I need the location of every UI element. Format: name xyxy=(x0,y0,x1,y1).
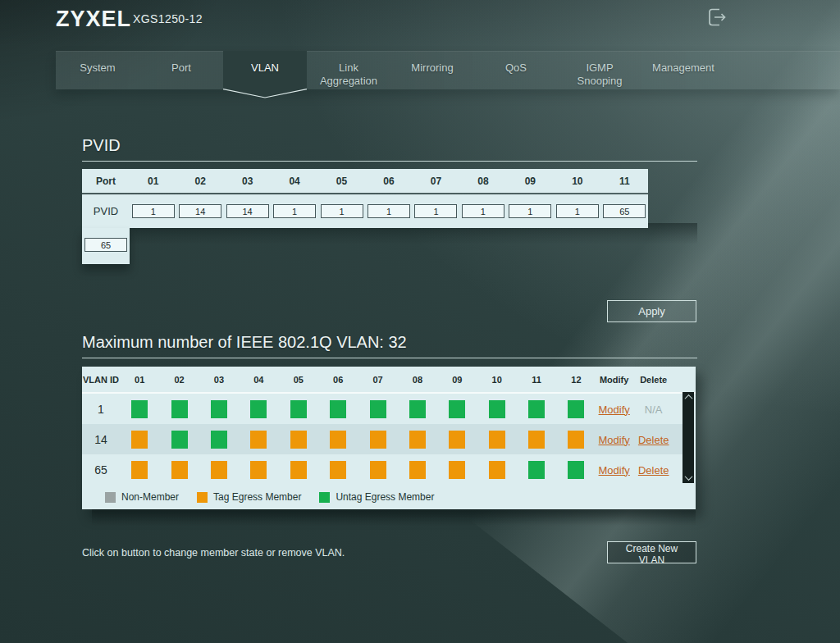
pvid-input-port-05[interactable] xyxy=(321,204,363,218)
pvid-input-port-09[interactable] xyxy=(509,204,551,218)
member-toggle-tag[interactable] xyxy=(250,461,267,479)
member-toggle-tag[interactable] xyxy=(449,461,465,479)
member-toggle-tag[interactable] xyxy=(211,461,227,479)
member-toggle-untag[interactable] xyxy=(370,400,386,418)
tab-igmp-snooping[interactable]: IGMP Snooping xyxy=(558,51,641,89)
member-toggle-untag[interactable] xyxy=(290,400,307,418)
pvid-input-port-06[interactable] xyxy=(368,204,410,218)
member-toggle-untag[interactable] xyxy=(568,400,584,418)
member-toggle-tag[interactable] xyxy=(330,431,346,449)
tab-label: Mirroring xyxy=(396,62,468,89)
logout-icon[interactable] xyxy=(704,5,730,30)
member-toggle-untag[interactable] xyxy=(489,400,505,418)
member-toggle-untag[interactable] xyxy=(211,431,227,449)
member-toggle-untag[interactable] xyxy=(171,400,188,418)
member-toggle-untag[interactable] xyxy=(330,400,346,418)
pvid-cell xyxy=(130,194,176,228)
member-toggle-tag[interactable] xyxy=(528,431,545,449)
member-cell xyxy=(120,431,159,449)
brand-logo: ZYXEL xyxy=(56,7,131,32)
tab-port[interactable]: Port xyxy=(139,51,223,89)
member-toggle-untag[interactable] xyxy=(131,400,148,418)
member-toggle-untag[interactable] xyxy=(528,400,545,418)
member-toggle-tag[interactable] xyxy=(131,461,148,479)
member-toggle-untag[interactable] xyxy=(250,400,267,418)
member-toggle-tag[interactable] xyxy=(290,461,307,479)
pvid-cell xyxy=(176,194,223,228)
legend-label: Tag Egress Member xyxy=(213,491,301,503)
member-cell xyxy=(517,400,556,418)
member-toggle-untag[interactable] xyxy=(568,461,584,479)
pvid-input-port-08[interactable] xyxy=(462,204,504,218)
pvid-input-port-07[interactable] xyxy=(414,204,457,218)
member-toggle-tag[interactable] xyxy=(489,461,505,479)
vlan-table-header: VLAN ID010203040506070809101112ModifyDel… xyxy=(82,367,696,394)
vlan-table-scrollbar[interactable] xyxy=(682,392,694,483)
member-toggle-tag[interactable] xyxy=(409,431,426,449)
member-cell xyxy=(517,461,556,479)
tab-qos[interactable]: QoS xyxy=(474,51,558,89)
member-cell xyxy=(318,400,358,418)
legend-tag-swatch-icon xyxy=(197,492,208,503)
member-cell xyxy=(398,431,437,449)
pvid-input-port-02[interactable] xyxy=(179,204,221,218)
port-header-01: 01 xyxy=(130,169,176,193)
scroll-down-icon[interactable] xyxy=(682,472,694,483)
vlan-table-body: 1ModifyN/A14ModifyDelete65ModifyDelete xyxy=(82,394,696,485)
member-toggle-tag[interactable] xyxy=(568,431,584,449)
tab-vlan[interactable]: VLAN xyxy=(223,51,307,89)
pvid-input-port-11[interactable] xyxy=(603,204,646,218)
member-toggle-untag[interactable] xyxy=(528,461,545,479)
vlan-port-header-08: 08 xyxy=(398,375,437,385)
delete-link[interactable]: Delete xyxy=(638,464,669,477)
member-toggle-tag[interactable] xyxy=(489,431,505,449)
member-cell xyxy=(358,400,397,418)
port-header-02: 02 xyxy=(176,169,223,193)
member-toggle-tag[interactable] xyxy=(370,461,386,479)
member-toggle-tag[interactable] xyxy=(250,431,267,449)
member-toggle-tag[interactable] xyxy=(370,431,386,449)
tab-management[interactable]: Management xyxy=(641,51,725,89)
vlan-port-header-05: 05 xyxy=(279,375,318,385)
member-toggle-tag[interactable] xyxy=(409,461,426,479)
member-toggle-tag[interactable] xyxy=(131,431,148,449)
port-header-07: 07 xyxy=(413,169,459,193)
member-toggle-untag[interactable] xyxy=(211,400,227,418)
member-toggle-tag[interactable] xyxy=(449,431,465,449)
tab-link-aggregation[interactable]: Link Aggregation xyxy=(307,51,390,89)
pvid-input-port-04[interactable] xyxy=(273,204,316,218)
member-toggle-untag[interactable] xyxy=(171,431,188,449)
modify-link[interactable]: Modify xyxy=(599,434,630,446)
pvid-row-label: PVID xyxy=(82,194,130,228)
tab-system[interactable]: System xyxy=(56,51,139,89)
scroll-up-icon[interactable] xyxy=(682,392,694,403)
pvid-input-port-01[interactable] xyxy=(132,204,175,218)
modify-link[interactable]: Modify xyxy=(599,404,630,416)
apply-button[interactable]: Apply xyxy=(607,300,696,322)
create-new-vlan-button[interactable]: Create New VLAN xyxy=(607,541,696,563)
member-toggle-untag[interactable] xyxy=(449,400,465,418)
pvid-input-port-03[interactable] xyxy=(226,204,269,218)
pvid-cell xyxy=(318,194,365,228)
vlan-port-header-01: 01 xyxy=(120,375,159,385)
pvid-cell xyxy=(271,194,317,228)
legend-item-tag: Tag Egress Member xyxy=(197,491,301,503)
member-toggle-tag[interactable] xyxy=(171,461,188,479)
modify-link[interactable]: Modify xyxy=(599,464,630,477)
vlan-id-value: 65 xyxy=(82,463,120,477)
active-tab-chevron-icon xyxy=(223,89,307,99)
member-cell xyxy=(477,431,517,449)
pvid-input-port-12[interactable] xyxy=(84,238,127,252)
pvid-table-header: Port 0102030405060708091011 xyxy=(82,169,648,194)
delete-link[interactable]: Delete xyxy=(638,434,669,446)
vlan-row-65: 65ModifyDelete xyxy=(82,454,683,485)
pvid-cell xyxy=(365,194,412,228)
vlan-id-header: VLAN ID xyxy=(82,375,120,385)
vlan-note: Click on button to change member state o… xyxy=(82,547,345,559)
member-toggle-tag[interactable] xyxy=(330,461,346,479)
pvid-input-port-10[interactable] xyxy=(556,204,599,218)
member-toggle-untag[interactable] xyxy=(409,400,426,418)
tab-mirroring[interactable]: Mirroring xyxy=(390,51,474,89)
member-toggle-tag[interactable] xyxy=(290,431,307,449)
member-cell xyxy=(398,461,437,479)
